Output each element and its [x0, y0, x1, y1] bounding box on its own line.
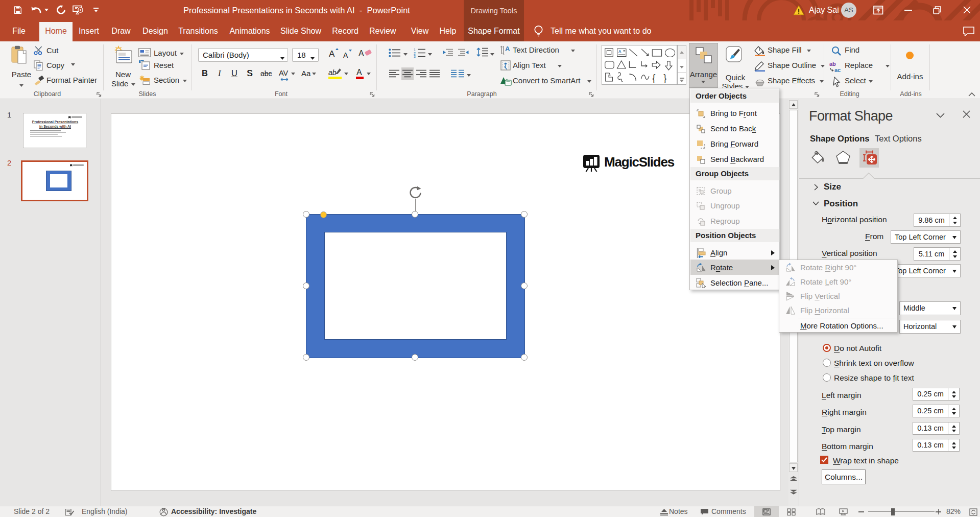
svg-text:}: }	[663, 73, 667, 83]
svg-text:A: A	[505, 45, 510, 53]
svg-text:{: {	[652, 73, 656, 83]
svg-text:ab: ab	[829, 61, 836, 67]
svg-text:3: 3	[414, 55, 416, 58]
svg-text:1: 1	[414, 48, 416, 52]
svg-text:A: A	[618, 49, 622, 54]
svg-text:ac: ac	[834, 67, 841, 73]
